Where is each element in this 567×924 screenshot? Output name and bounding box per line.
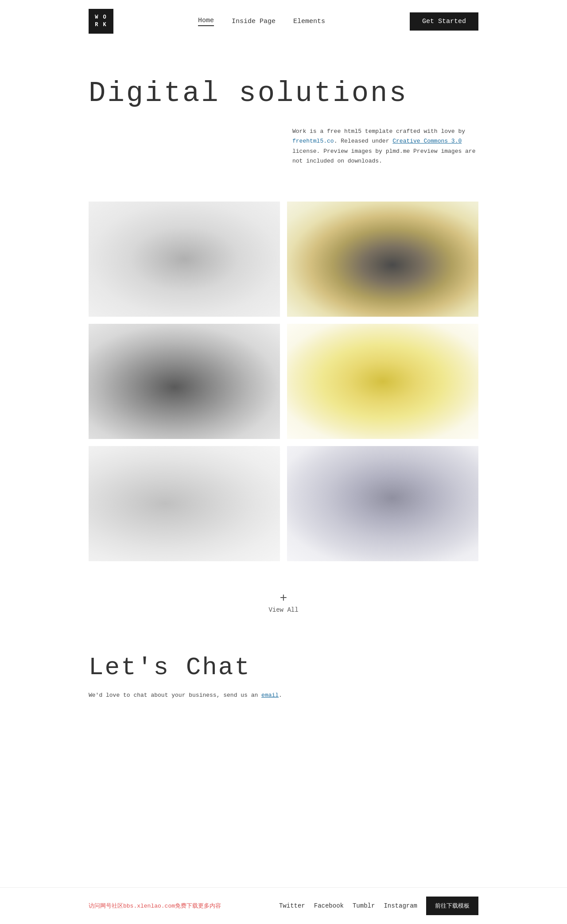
hero-desc-text3: license. Preview images by plmd.me Previ… bbox=[292, 148, 475, 164]
portfolio-grid bbox=[89, 202, 478, 561]
view-all-section[interactable]: + View All bbox=[0, 579, 567, 627]
navbar: W OR K Home Inside Page Elements Get Sta… bbox=[0, 0, 567, 43]
freehtml5-link[interactable]: freehtml5.co bbox=[292, 138, 334, 144]
portfolio-item-3[interactable] bbox=[89, 324, 280, 439]
logo[interactable]: W OR K bbox=[89, 9, 113, 34]
view-all-link[interactable]: View All bbox=[268, 606, 298, 613]
hero-section: Digital solutions Work is a free html5 t… bbox=[0, 43, 567, 184]
portfolio-item-5[interactable] bbox=[89, 446, 280, 561]
chat-desc-text1: We'd love to chat about your business, s… bbox=[89, 692, 261, 699]
footer-facebook[interactable]: Facebook bbox=[314, 902, 344, 909]
portfolio-item-4[interactable] bbox=[287, 324, 478, 439]
portfolio-item-6[interactable] bbox=[287, 446, 478, 561]
footer-right: Twitter Facebook Tumblr Instagram 前往下载模板 bbox=[279, 897, 478, 915]
get-started-button[interactable]: Get Started bbox=[410, 12, 478, 31]
hero-description-block: Work is a free html5 template crafted wi… bbox=[292, 127, 478, 166]
hero-content: Work is a free html5 template crafted wi… bbox=[89, 127, 478, 166]
hero-left-spacer bbox=[89, 127, 275, 166]
portfolio-section bbox=[0, 184, 567, 579]
download-button[interactable]: 前往下载模板 bbox=[426, 897, 478, 915]
hero-title: Digital solutions bbox=[89, 78, 478, 109]
view-all-plus-icon: + bbox=[280, 592, 287, 605]
chat-section: Let's Chat We'd love to chat about your … bbox=[0, 627, 567, 718]
logo-text: W OR K bbox=[95, 14, 107, 29]
footer-instagram[interactable]: Instagram bbox=[384, 902, 417, 909]
chat-desc-text2: . bbox=[279, 692, 282, 699]
nav-links: Home Inside Page Elements bbox=[198, 17, 325, 26]
chat-title: Let's Chat bbox=[89, 653, 478, 682]
portfolio-item-1[interactable] bbox=[89, 202, 280, 317]
hero-desc-text1: Work is a free html5 template crafted wi… bbox=[292, 128, 465, 135]
email-link[interactable]: email bbox=[261, 692, 279, 699]
portfolio-item-2[interactable] bbox=[287, 202, 478, 317]
creative-commons-link[interactable]: Creative Commons 3.0 bbox=[392, 138, 462, 144]
hero-desc-text2: . Released under bbox=[334, 138, 393, 144]
footer-twitter[interactable]: Twitter bbox=[279, 902, 305, 909]
nav-inside-page[interactable]: Inside Page bbox=[232, 18, 276, 25]
hero-description: Work is a free html5 template crafted wi… bbox=[292, 127, 478, 166]
footer-promo-text: 访问网号社区bbs.xlenlao.com免费下载更多内容 bbox=[89, 902, 221, 910]
footer-tumblr[interactable]: Tumblr bbox=[353, 902, 375, 909]
footer: 访问网号社区bbs.xlenlao.com免费下载更多内容 Twitter Fa… bbox=[0, 887, 567, 924]
chat-description: We'd love to chat about your business, s… bbox=[89, 691, 478, 700]
nav-elements[interactable]: Elements bbox=[293, 18, 325, 25]
nav-home[interactable]: Home bbox=[198, 17, 214, 26]
